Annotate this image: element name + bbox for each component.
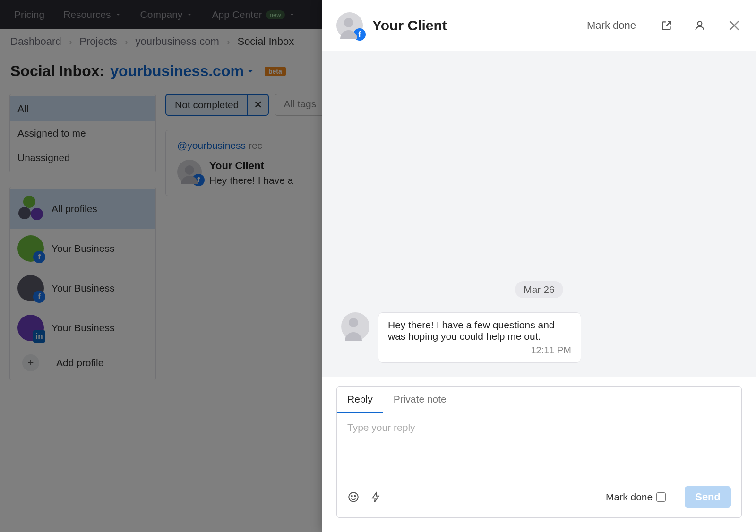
reply-box: Reply Private note Mark done Send <box>336 386 742 518</box>
message-time: 12:11 PM <box>388 345 571 356</box>
avatar <box>341 312 369 341</box>
send-button[interactable]: Send <box>685 486 731 508</box>
reply-footer: Reply Private note Mark done Send <box>322 377 756 532</box>
drawer-header: f Your Client Mark done <box>322 0 756 51</box>
reply-input[interactable] <box>337 413 741 480</box>
svg-point-0 <box>698 21 702 26</box>
conversation-body: Mar 26 Hey there! I have a few questions… <box>322 51 756 377</box>
mark-done-checkbox-input[interactable] <box>656 492 666 502</box>
close-icon[interactable] <box>727 18 742 33</box>
date-chip: Mar 26 <box>515 281 563 298</box>
svg-point-1 <box>349 492 358 502</box>
reply-tabs: Reply Private note <box>337 387 741 413</box>
user-icon[interactable] <box>694 19 706 32</box>
tab-private-note[interactable]: Private note <box>383 387 457 413</box>
svg-point-3 <box>354 496 355 497</box>
mark-done-checkbox[interactable]: Mark done <box>606 491 666 503</box>
tab-reply[interactable]: Reply <box>337 387 383 413</box>
facebook-icon: f <box>353 28 366 41</box>
conversation-drawer: f Your Client Mark done Mar 26 Hey there… <box>322 0 756 532</box>
avatar: f <box>336 12 363 39</box>
drawer-title: Your Client <box>372 17 577 34</box>
svg-point-2 <box>352 496 352 497</box>
message-text: Hey there! I have a few questions and wa… <box>388 319 571 342</box>
external-link-icon[interactable] <box>661 19 673 32</box>
message-bubble: Hey there! I have a few questions and wa… <box>378 312 581 363</box>
emoji-icon[interactable] <box>347 491 360 503</box>
quick-reply-icon[interactable] <box>370 491 382 503</box>
mark-done-link[interactable]: Mark done <box>587 19 636 32</box>
